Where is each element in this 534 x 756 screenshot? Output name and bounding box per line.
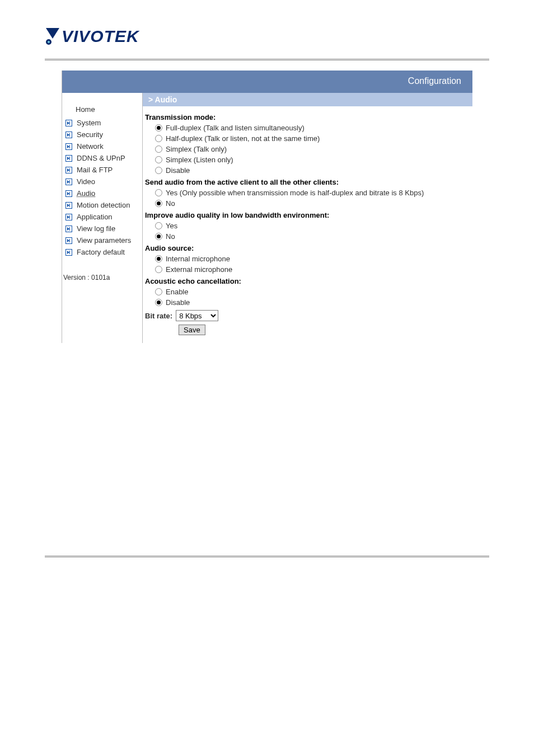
svg-rect-7 — [69, 180, 70, 184]
send-audio-option-label: No — [166, 199, 175, 208]
transmission-option-row: Simplex (Talk only) — [145, 144, 470, 154]
arrow-right-icon — [65, 143, 72, 150]
nav-item-application[interactable]: Application — [62, 211, 142, 223]
arrow-right-icon — [65, 179, 72, 185]
svg-rect-3 — [69, 133, 70, 137]
nav-item-label: System — [77, 119, 101, 127]
version-label: Version : 0101a — [62, 258, 142, 281]
logo-area: VIVOTEK — [0, 22, 534, 59]
nav-item-label: Video — [77, 177, 95, 186]
send-audio-radio-0[interactable] — [155, 189, 162, 196]
svg-rect-5 — [69, 157, 70, 160]
transmission-radio-4[interactable] — [155, 167, 162, 174]
svg-rect-11 — [69, 227, 70, 231]
transmission-option-label: Simplex (Listen only) — [166, 156, 233, 164]
transmission-radio-0[interactable] — [155, 124, 162, 132]
logo-text: VIVOTEK — [62, 27, 139, 46]
send-audio-radio-1[interactable] — [155, 200, 162, 207]
arrow-right-icon — [65, 237, 72, 244]
arrow-right-icon — [65, 155, 72, 162]
nav-item-system[interactable]: System — [62, 117, 142, 129]
save-button[interactable]: Save — [179, 325, 205, 335]
source-option-label: Internal microphone — [166, 255, 230, 263]
bitrate-label: Bit rate: — [145, 312, 172, 320]
logo: VIVOTEK — [45, 27, 139, 46]
echo-radio-1[interactable] — [155, 299, 162, 306]
nav-item-ddns-upnp[interactable]: DDNS & UPnP — [62, 152, 142, 164]
logo-icon — [45, 27, 60, 46]
nav-item-label: Security — [77, 130, 103, 139]
content: > Audio Transmission mode: Full-duplex (… — [142, 93, 472, 343]
arrow-right-icon — [65, 214, 72, 220]
svg-rect-10 — [69, 215, 70, 219]
transmission-option-row: Half-duplex (Talk or listen, not at the … — [145, 133, 470, 144]
improve-radio-0[interactable] — [155, 222, 162, 229]
source-option-row: Internal microphone — [145, 253, 470, 264]
bitrate-select[interactable]: 8 Kbps — [176, 310, 218, 321]
transmission-radio-3[interactable] — [155, 156, 162, 163]
nav-item-audio[interactable]: Audio — [62, 187, 142, 199]
divider-bottom — [45, 556, 489, 557]
arrow-right-icon — [65, 249, 72, 256]
arrow-right-icon — [65, 167, 72, 173]
improve-option-row: No — [145, 231, 470, 242]
app-frame: Configuration Home SystemSecurityNetwork… — [62, 71, 472, 343]
divider-top — [45, 59, 489, 60]
svg-rect-2 — [69, 121, 70, 125]
send-audio-option-label: Yes (Only possible when transmission mod… — [166, 189, 424, 197]
source-option-label: External microphone — [166, 265, 232, 274]
echo-radio-0[interactable] — [155, 288, 162, 295]
send-audio-option-row: No — [145, 198, 470, 209]
transmission-option-row: Simplex (Listen only) — [145, 154, 470, 165]
improve-option-label: Yes — [166, 222, 177, 230]
arrow-right-icon — [65, 132, 72, 138]
nav-item-factory-default[interactable]: Factory default — [62, 246, 142, 258]
transmission-option-row: Full-duplex (Talk and listen simultaneou… — [145, 123, 470, 133]
source-heading: Audio source: — [145, 242, 470, 253]
echo-option-row: Disable — [145, 297, 470, 308]
nav-home[interactable]: Home — [62, 103, 142, 117]
breadcrumb: > Audio — [143, 93, 472, 106]
send-audio-option-row: Yes (Only possible when transmission mod… — [145, 187, 470, 198]
nav-item-label: Factory default — [77, 248, 125, 256]
improve-radio-1[interactable] — [155, 233, 162, 240]
audio-form: Transmission mode: Full-duplex (Talk and… — [143, 106, 472, 343]
svg-rect-4 — [69, 145, 70, 148]
arrow-right-icon — [65, 120, 72, 126]
nav-item-label: Application — [77, 213, 113, 221]
nav-item-motion-detection[interactable]: Motion detection — [62, 199, 142, 211]
source-radio-1[interactable] — [155, 266, 162, 273]
improve-option-label: No — [166, 232, 175, 241]
svg-rect-9 — [69, 204, 70, 207]
improve-option-row: Yes — [145, 220, 470, 231]
nav-item-view-parameters[interactable]: View parameters — [62, 234, 142, 246]
svg-rect-6 — [69, 168, 70, 172]
echo-option-label: Enable — [166, 288, 188, 296]
svg-rect-12 — [69, 239, 70, 242]
echo-heading: Acoustic echo cancellation: — [145, 275, 470, 287]
arrow-right-icon — [65, 190, 72, 197]
nav-item-security[interactable]: Security — [62, 129, 142, 140]
nav-home-label: Home — [76, 105, 95, 114]
nav-item-mail-ftp[interactable]: Mail & FTP — [62, 164, 142, 176]
page-title: Configuration — [408, 76, 461, 86]
nav-item-video[interactable]: Video — [62, 176, 142, 187]
sidebar: Home SystemSecurityNetworkDDNS & UPnPMai… — [62, 93, 143, 343]
transmission-option-label: Full-duplex (Talk and listen simultaneou… — [166, 124, 305, 132]
nav-item-label: Mail & FTP — [77, 166, 113, 174]
improve-heading: Improve audio quality in low bandwidth e… — [145, 209, 470, 220]
transmission-radio-2[interactable] — [155, 145, 162, 153]
svg-rect-13 — [69, 251, 70, 254]
arrow-right-icon — [65, 226, 72, 232]
nav-item-view-log-file[interactable]: View log file — [62, 223, 142, 234]
transmission-heading: Transmission mode: — [145, 111, 470, 123]
source-radio-0[interactable] — [155, 255, 162, 262]
nav-item-network[interactable]: Network — [62, 140, 142, 152]
svg-point-1 — [48, 41, 50, 43]
transmission-option-row: Disable — [145, 165, 470, 176]
transmission-option-label: Simplex (Talk only) — [166, 145, 227, 153]
transmission-option-label: Half-duplex (Talk or listen, not at the … — [166, 134, 320, 143]
svg-rect-8 — [69, 192, 70, 195]
nav-item-label: Audio — [77, 189, 95, 198]
transmission-radio-1[interactable] — [155, 135, 162, 142]
